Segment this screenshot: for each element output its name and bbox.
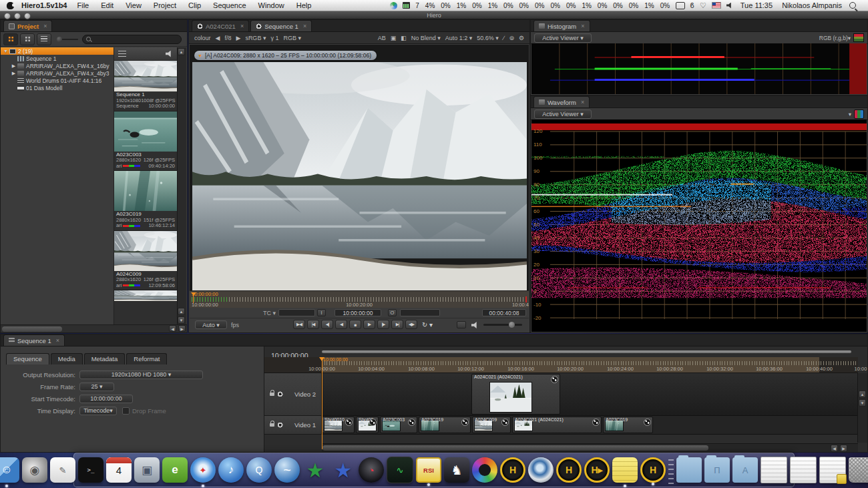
safe-zone-icon[interactable]: ⊚	[509, 35, 514, 41]
close-icon[interactable]: ×	[581, 23, 584, 29]
output-resolution-dropdown[interactable]: 1920x1080 HD 1080 ▾	[79, 371, 203, 379]
clip-a023c019[interactable]: A023C019	[419, 417, 471, 433]
menubar-user[interactable]: Nikolaos Almpanis	[777, 1, 847, 9]
scroll-down-icon[interactable]: ▼	[178, 316, 185, 324]
dock-folder-applications-icon[interactable]: A	[732, 457, 758, 483]
clip-a024c009[interactable]: A024C009	[472, 417, 511, 433]
clip-a024c021-a024c021-[interactable]: A024C021 (A024C021)	[471, 374, 560, 415]
cpu-graph-icon[interactable]	[403, 2, 410, 9]
clip-shot0010[interactable]: Shot0010	[322, 417, 355, 433]
next-edit-button[interactable]: ▶|	[391, 320, 403, 329]
clip-a023c003[interactable]: A023C003	[380, 417, 417, 433]
close-icon[interactable]: ×	[240, 23, 244, 29]
scroll-up-icon[interactable]: ▲	[859, 391, 866, 398]
close-icon[interactable]: ×	[581, 99, 584, 105]
timeline-playhead[interactable]	[322, 357, 322, 449]
dock-calendar-icon[interactable]: 4	[106, 457, 132, 483]
exposure-value[interactable]: f/8	[224, 35, 231, 41]
loop-mode-button[interactable]: ↻ ▾	[420, 320, 435, 329]
eyedropper-icon[interactable]: ∕	[503, 35, 505, 41]
tab-histogram[interactable]: Histogram ×	[533, 20, 590, 31]
dock-openoffice-icon[interactable]: ~	[274, 457, 300, 483]
tab-waveform[interactable]: Waveform ×	[533, 96, 590, 107]
bluetooth-icon[interactable]: ϐ	[690, 1, 694, 9]
dock-finder-window-2-icon[interactable]	[790, 457, 817, 483]
timeline-vscrollbar[interactable]: ▲ ▼	[857, 373, 867, 443]
drop-frame-checkbox[interactable]	[122, 407, 130, 415]
scroll-right-icon[interactable]: ▶	[178, 325, 186, 332]
disclosure-right-icon[interactable]: ▶	[11, 71, 17, 76]
dock-activity-monitor-icon[interactable]: ∿	[387, 457, 413, 483]
tree-item-4[interactable]: World Drums 01-AIFF 44.1:16	[1, 77, 114, 84]
bin-clip-partial[interactable]	[114, 290, 177, 302]
ab-compare-button[interactable]: AB	[378, 35, 386, 41]
waveform-mode-dropdown[interactable]: ▾	[849, 111, 851, 117]
window-minimize-button[interactable]	[14, 13, 21, 19]
subtab-media[interactable]: Media	[51, 353, 83, 364]
blend-dropdown[interactable]: No Blend ▾	[411, 35, 441, 41]
fps-dropdown[interactable]: Auto ▾	[195, 320, 227, 329]
dock-safari-icon[interactable]: ✦	[190, 457, 216, 483]
play-button[interactable]: ▶	[363, 320, 375, 329]
timeline-hscrollbar[interactable]: ◀ ▶	[322, 443, 858, 452]
timeline-zoom-bar[interactable]	[322, 350, 851, 353]
histogram-mode-dropdown[interactable]: RGB (r,g,b)▾	[819, 35, 851, 41]
app-menu-title[interactable]: Hiero1.5v1b4	[21, 1, 67, 9]
dock-hiero-c-icon[interactable]: H	[640, 457, 666, 483]
play-backward-button[interactable]: ◀	[335, 320, 347, 329]
volume-slider[interactable]	[483, 324, 522, 326]
exposure-next-icon[interactable]: ▶	[236, 35, 240, 41]
tree-item-2[interactable]: ▶ARRIRAW_ALEXA_FW4.x_16by	[1, 62, 114, 69]
scroll-left-icon[interactable]: ◀	[831, 445, 838, 452]
channels-dropdown[interactable]: RGB ▾	[283, 35, 301, 41]
rgb-layers-icon[interactable]	[853, 33, 864, 42]
menu-file[interactable]: File	[71, 1, 95, 9]
close-icon[interactable]: ×	[56, 337, 59, 344]
set-out-button[interactable]: O	[388, 309, 397, 316]
thumbnail-view-button[interactable]	[3, 33, 18, 45]
prev-edit-button[interactable]: |◀	[307, 320, 319, 329]
subtab-metadata[interactable]: Metadata	[84, 353, 126, 364]
bin-clip-sequence-1[interactable]: Sequence 11920x10801008f @25FPSSequence …	[114, 61, 177, 111]
dock-unicorn-app-icon[interactable]: ♞	[444, 457, 469, 483]
dock-finder-icon[interactable]: ☺	[0, 457, 19, 483]
wipe-icon[interactable]: ◧	[401, 35, 407, 41]
dock-photo-booth-icon[interactable]: ▣	[134, 457, 160, 483]
clip-shot00[interactable]: Shot00	[356, 417, 379, 433]
rgb-parade-icon[interactable]	[854, 109, 864, 119]
tab-a024c021[interactable]: A024C021×	[192, 20, 249, 31]
out-point-field[interactable]	[400, 309, 440, 316]
close-icon[interactable]: ×	[43, 23, 47, 29]
window-zoom-button[interactable]	[24, 13, 31, 19]
detail-view-button[interactable]	[20, 33, 35, 45]
apple-menu-icon[interactable]	[7, 2, 14, 9]
window-close-button[interactable]	[4, 13, 11, 19]
dock-itunes-icon[interactable]: ♪	[218, 457, 244, 483]
heart-menu-icon[interactable]: ♡	[700, 1, 706, 10]
tree-item-3[interactable]: ▶ARRIRAW_ALEXA_FW4.x_4by3	[1, 69, 114, 77]
hscroll-handle[interactable]	[322, 445, 708, 451]
scroll-up-icon-2[interactable]: ▲	[178, 308, 185, 315]
close-icon[interactable]: ×	[303, 23, 306, 29]
mute-checkbox[interactable]	[457, 321, 466, 328]
stop-button[interactable]: ■	[349, 320, 361, 329]
scroll-down-icon[interactable]: ▼	[859, 399, 866, 407]
tree-item-0[interactable]: ▼2 (19)	[1, 47, 114, 55]
dock-dashboard-icon[interactable]: ◔	[359, 457, 384, 483]
display-menu-icon[interactable]	[676, 2, 685, 9]
scroll-left-icon[interactable]: ◀	[169, 325, 176, 332]
hscroll-handle[interactable]	[2, 326, 62, 332]
current-timecode-field[interactable]: 10:00:00:00	[335, 309, 381, 316]
tab-sequence-1[interactable]: Sequence 1 ×	[3, 334, 65, 346]
menu-clip[interactable]: Clip	[182, 1, 207, 9]
step-back-button[interactable]: ◀|	[321, 320, 333, 329]
goto-in-button[interactable]: ▶◀	[293, 320, 305, 329]
bin-clip-a023c019[interactable]: A023C0192880x1620151f @25FPSari 10:46:12…	[114, 171, 177, 231]
zoom-dropdown[interactable]: 50.6% ▾	[477, 35, 499, 41]
thumbnail-size-slider[interactable]	[55, 36, 78, 43]
start-timecode-field[interactable]: 10:00:00:00	[79, 395, 133, 403]
gamma-value[interactable]: γ 1	[270, 35, 278, 41]
menu-project[interactable]: Project	[148, 1, 182, 9]
dock-terminal-icon[interactable]: >_	[78, 457, 103, 483]
dock-finder-window-1-icon[interactable]	[761, 457, 787, 483]
